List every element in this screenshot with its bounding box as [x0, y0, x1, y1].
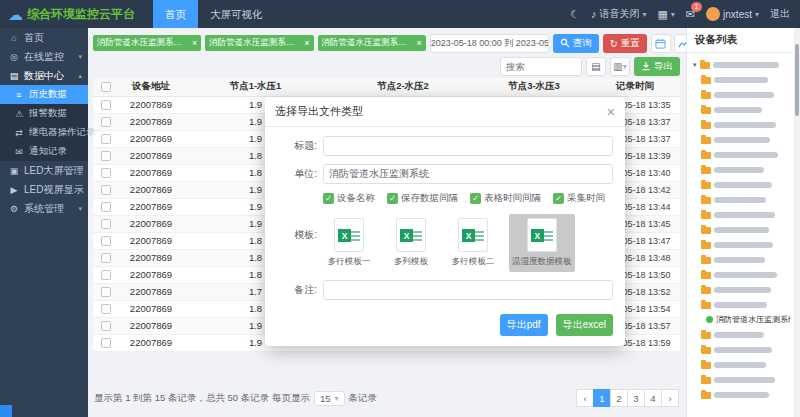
select-all-checkbox[interactable]	[101, 82, 111, 92]
template-option-4-selected[interactable]: X 温湿度数据模板	[509, 214, 575, 272]
option-device-name[interactable]: ✓ 设备名称	[323, 192, 375, 205]
user-menu[interactable]: jnxtest ▾	[706, 7, 759, 21]
title-field[interactable]	[323, 136, 613, 156]
logout-button[interactable]: 退出	[770, 7, 790, 21]
checkbox-checked-icon: ✓	[470, 193, 481, 204]
row-checkbox[interactable]	[101, 338, 111, 348]
calendar-button[interactable]	[651, 34, 671, 53]
row-checkbox[interactable]	[101, 168, 111, 178]
row-checkbox[interactable]	[101, 219, 111, 229]
row-checkbox[interactable]	[101, 185, 111, 195]
option-save-interval[interactable]: ✓ 保存数据间隔	[387, 192, 458, 205]
search-input[interactable]	[500, 57, 582, 76]
device-tree-item[interactable]	[691, 147, 790, 162]
toggle-view-button[interactable]: ▤	[586, 57, 606, 76]
date-range-input[interactable]	[430, 34, 549, 53]
sidebar-item-led-screen[interactable]: ▣ LED大屏管理	[0, 161, 88, 180]
columns-button[interactable]: ▥▾	[610, 57, 630, 76]
query-button[interactable]: 查询	[553, 34, 599, 53]
col-header-record-time[interactable]: 记录时间	[590, 78, 680, 96]
row-checkbox[interactable]	[101, 287, 111, 297]
row-checkbox[interactable]	[101, 321, 111, 331]
device-tree-item[interactable]	[691, 177, 790, 192]
reset-button[interactable]: ↻ 重置	[603, 34, 647, 53]
device-tree-item[interactable]	[691, 192, 790, 207]
page-scrollbar[interactable]	[794, 28, 800, 417]
sidebar-item-data-center[interactable]: ▤ 数据中心 ▴	[0, 66, 88, 85]
device-tree-item[interactable]	[691, 117, 790, 132]
device-tree-item[interactable]: ▾	[691, 57, 790, 72]
device-tree-item[interactable]	[691, 342, 790, 357]
corner-widget[interactable]	[0, 405, 12, 417]
row-checkbox[interactable]	[101, 117, 111, 127]
device-tree-item-active[interactable]: 消防管道水压监测系统	[691, 312, 790, 327]
col-header-device-address[interactable]: 设备地址	[119, 78, 183, 96]
row-checkbox[interactable]	[101, 202, 111, 212]
message-button[interactable]: ✉ 1	[686, 8, 695, 21]
device-tree-item[interactable]	[691, 327, 790, 342]
unit-field[interactable]	[323, 164, 613, 184]
scrollbar-thumb[interactable]	[795, 44, 799, 116]
page-size-select[interactable]: 15 ▾	[314, 391, 345, 406]
device-tree-item[interactable]	[691, 162, 790, 177]
device-tree-item[interactable]	[691, 222, 790, 237]
nav-big-screen[interactable]: 大屏可视化	[198, 0, 275, 28]
sidebar-item-system[interactable]: ⚙ 系统管理 ▾	[0, 199, 88, 218]
sidebar-item-online-monitor[interactable]: ◎ 在线监控 ▾	[0, 47, 88, 66]
device-tree-item[interactable]	[691, 357, 790, 372]
device-tree-item[interactable]	[691, 72, 790, 87]
app-title: 综合环境监控云平台	[27, 6, 135, 23]
sidebar-item-history-data[interactable]: ≡ 历史数据	[0, 85, 88, 104]
layout-switcher[interactable]: ▦ ▾	[657, 8, 674, 21]
device-tree-item[interactable]	[691, 387, 790, 402]
close-icon[interactable]: ×	[607, 105, 615, 119]
page-button-4[interactable]: 4	[644, 389, 662, 407]
page-button-1[interactable]: 1	[593, 389, 611, 407]
template-option-3[interactable]: X 多行模板二	[447, 214, 499, 272]
export-excel-button[interactable]: 导出excel	[556, 314, 613, 336]
sidebar-item-home[interactable]: ⌂ 首页	[0, 28, 88, 47]
page-button-3[interactable]: 3	[627, 389, 645, 407]
template-option-2[interactable]: X 多列模板	[385, 214, 437, 272]
row-checkbox[interactable]	[101, 151, 111, 161]
remove-tag-icon[interactable]: ×	[192, 39, 197, 48]
row-checkbox[interactable]	[101, 270, 111, 280]
col-header-node2[interactable]: 节点2-水压2	[328, 78, 478, 96]
export-button[interactable]: 导出	[634, 57, 680, 76]
device-tree-item[interactable]	[691, 297, 790, 312]
col-header-node3[interactable]: 节点3-水压3	[478, 78, 590, 96]
row-checkbox[interactable]	[101, 100, 111, 110]
voice-toggle[interactable]: ♪ 语音关闭 ▾	[591, 7, 647, 21]
device-tree-item[interactable]	[691, 372, 790, 387]
remove-tag-icon[interactable]: ×	[417, 39, 422, 48]
prev-page-button[interactable]: ‹	[576, 389, 594, 407]
dark-mode-icon[interactable]: ☾	[570, 8, 580, 21]
remark-field[interactable]	[323, 280, 613, 300]
option-collect-time[interactable]: ✓ 采集时间	[553, 192, 605, 205]
nav-home[interactable]: 首页	[153, 0, 198, 28]
device-tree-item[interactable]	[691, 207, 790, 222]
template-option-1[interactable]: X 多行模板一	[323, 214, 375, 272]
device-tree-item[interactable]	[691, 252, 790, 267]
chevron-down-icon: ▾	[642, 10, 646, 19]
row-checkbox[interactable]	[101, 134, 111, 144]
next-page-button[interactable]: ›	[661, 389, 679, 407]
sidebar-item-led-video[interactable]: ▶ LED视屏显示 ▾	[0, 180, 88, 199]
device-tree-item[interactable]	[691, 237, 790, 252]
sidebar-item-notify-log[interactable]: ✉ 通知记录	[0, 142, 88, 161]
option-table-interval[interactable]: ✓ 表格时间间隔	[470, 192, 541, 205]
page-button-2[interactable]: 2	[610, 389, 628, 407]
row-checkbox[interactable]	[101, 253, 111, 263]
device-tree-item[interactable]	[691, 102, 790, 117]
row-checkbox[interactable]	[101, 304, 111, 314]
remove-tag-icon[interactable]: ×	[304, 39, 309, 48]
device-tree-item[interactable]	[691, 132, 790, 147]
device-tree-item[interactable]	[691, 282, 790, 297]
row-checkbox[interactable]	[101, 236, 111, 246]
sidebar-item-relay-log[interactable]: ⇄ 继电器操作记录	[0, 123, 88, 142]
device-tree-item[interactable]	[691, 267, 790, 282]
export-pdf-button[interactable]: 导出pdf	[500, 314, 548, 336]
sidebar-item-alarm-data[interactable]: ⚠ 报警数据	[0, 104, 88, 123]
col-header-node1[interactable]: 节点1-水压1	[183, 78, 328, 96]
device-tree-item[interactable]	[691, 87, 790, 102]
